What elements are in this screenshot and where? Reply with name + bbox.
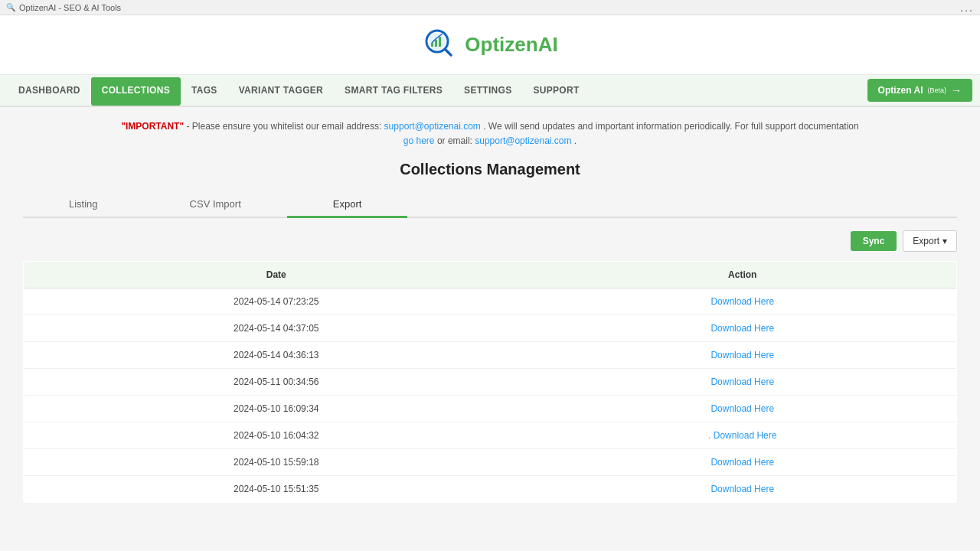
table-cell-date: 2024-05-14 04:36:13 <box>24 342 529 369</box>
table-cell-dot: . <box>708 430 714 441</box>
table-row: 2024-05-10 15:51:35Download Here <box>24 476 957 503</box>
svg-rect-3 <box>435 40 437 47</box>
browser-menu-dots[interactable]: ... <box>960 2 974 14</box>
download-link[interactable]: Download Here <box>710 296 774 307</box>
download-link[interactable]: Download Here <box>710 457 774 468</box>
table-cell-action: Download Here <box>529 289 957 315</box>
toolbar: Sync Export ▾ <box>23 230 957 252</box>
logo-text: OptizenAI <box>465 33 557 57</box>
table-cell-date: 2024-05-11 00:34:56 <box>24 369 529 396</box>
nav-item-smart-tag-filters[interactable]: Smart Tag Filters <box>334 77 453 106</box>
collections-table: Date Action 2024-05-14 07:23:25Download … <box>23 261 957 503</box>
notice-email2[interactable]: support@optizenai.com <box>475 135 571 146</box>
main-content: "IMPORTANT" - Please ensure you whitelis… <box>8 107 972 515</box>
app-header: OptizenAI <box>0 15 980 75</box>
nav-item-dashboard[interactable]: Dashboard <box>8 77 91 106</box>
table-cell-action: Download Here <box>529 342 957 369</box>
important-notice: "IMPORTANT" - Please ensure you whitelis… <box>23 119 957 148</box>
ai-button-label: Optizen AI <box>878 85 923 96</box>
notice-message3: or email: <box>437 135 475 146</box>
logo-icon <box>422 26 459 63</box>
nav-bar: Dashboard Collections Tags Variant Tagge… <box>0 75 980 107</box>
download-link[interactable]: Download Here <box>710 484 774 494</box>
table-row: 2024-05-11 00:34:56Download Here <box>24 369 957 396</box>
tab-csv-import[interactable]: CSV Import <box>144 192 287 218</box>
tab-export[interactable]: Export <box>287 192 408 218</box>
download-link[interactable]: Download Here <box>710 350 774 360</box>
download-link[interactable]: Download Here <box>710 403 774 414</box>
table-body: 2024-05-14 07:23:25Download Here2024-05-… <box>24 289 957 503</box>
notice-message1: - Please ensure you whitelist our email … <box>186 121 384 132</box>
svg-line-5 <box>446 50 451 55</box>
export-button-label: Export <box>913 236 939 246</box>
table-cell-date: 2024-05-10 15:51:35 <box>24 476 529 503</box>
table-cell-action: Download Here <box>529 315 957 342</box>
ai-button-beta: (Beta) <box>927 86 946 94</box>
table-cell-date: 2024-05-10 15:59:18 <box>24 449 529 476</box>
notice-message2: . We will send updates and important inf… <box>483 121 858 132</box>
browser-bar: 🔍 OptizenAI - SEO & AI Tools ... <box>0 0 980 15</box>
table-header: Date Action <box>24 262 957 289</box>
nav-item-support[interactable]: Support <box>522 77 590 106</box>
table-row: 2024-05-10 16:09:34Download Here <box>24 396 957 422</box>
nav-item-settings[interactable]: Settings <box>453 77 522 106</box>
nav-item-tags[interactable]: Tags <box>181 77 228 106</box>
nav-item-variant-tagger[interactable]: Variant Tagger <box>228 77 334 106</box>
notice-important-label: "IMPORTANT" <box>121 121 184 132</box>
nav-item-ai-button[interactable]: Optizen AI (Beta) → <box>867 79 972 102</box>
table-cell-date: 2024-05-14 07:23:25 <box>24 289 529 315</box>
export-button[interactable]: Export ▾ <box>903 230 957 252</box>
col-header-date: Date <box>24 262 529 289</box>
ai-button-arrow: → <box>951 84 962 96</box>
table-row: 2024-05-10 16:04:32. Download Here <box>24 422 957 449</box>
table-cell-date: 2024-05-10 16:04:32 <box>24 422 529 449</box>
table-row: 2024-05-14 04:37:05Download Here <box>24 315 957 342</box>
table-cell-date: 2024-05-14 04:37:05 <box>24 315 529 342</box>
table-cell-action: . Download Here <box>529 422 957 449</box>
download-link[interactable]: Download Here <box>710 377 774 387</box>
table-row: 2024-05-14 07:23:25Download Here <box>24 289 957 315</box>
svg-rect-4 <box>439 37 441 47</box>
notice-message4: . <box>574 135 577 146</box>
table-row: 2024-05-14 04:36:13Download Here <box>24 342 957 369</box>
table-row: 2024-05-10 15:59:18Download Here <box>24 449 957 476</box>
col-header-action: Action <box>529 262 957 289</box>
nav-item-collections[interactable]: Collections <box>91 77 181 106</box>
table-cell-action: Download Here <box>529 369 957 396</box>
page-title: Collections Management <box>23 161 957 178</box>
notice-go-here[interactable]: go here <box>403 135 435 146</box>
table-cell-date: 2024-05-10 16:09:34 <box>24 396 529 422</box>
svg-rect-2 <box>431 43 433 47</box>
download-link[interactable]: Download Here <box>710 323 774 334</box>
table-cell-action: Download Here <box>529 476 957 503</box>
table-cell-action: Download Here <box>529 449 957 476</box>
favicon-icon: 🔍 <box>6 3 15 11</box>
browser-title: OptizenAI - SEO & AI Tools <box>19 3 121 12</box>
logo[interactable]: OptizenAI <box>422 26 557 63</box>
download-link[interactable]: Download Here <box>714 430 777 441</box>
tabs-container: Listing CSV Import Export <box>23 192 957 218</box>
export-dropdown-arrow: ▾ <box>942 236 947 246</box>
sync-button[interactable]: Sync <box>851 231 897 251</box>
tab-listing[interactable]: Listing <box>23 192 144 218</box>
table-cell-action: Download Here <box>529 396 957 422</box>
notice-email1[interactable]: support@optizenai.com <box>384 121 481 132</box>
